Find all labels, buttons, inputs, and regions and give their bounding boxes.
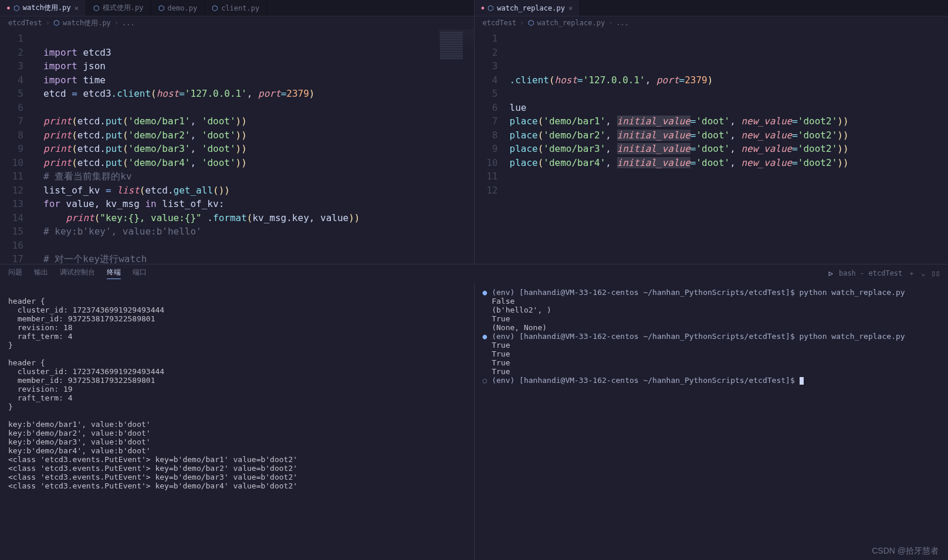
tab-watch-py[interactable]: ● ⬡ watch使用.py × <box>0 0 86 16</box>
tab-other-1[interactable]: ⬡ 模式使用.py <box>86 0 151 16</box>
panel-tab-ports[interactable]: 端口 <box>133 267 147 279</box>
paren: ) <box>309 88 315 99</box>
method: put <box>106 143 123 154</box>
paren: )) <box>236 116 247 127</box>
module: etcd3 <box>83 47 111 58</box>
panel-tab-terminal[interactable]: 终端 <box>107 267 121 279</box>
var: list_of_kv <box>43 185 100 196</box>
tab-label: watch使用.py <box>23 3 71 13</box>
close-icon[interactable]: × <box>75 4 79 12</box>
comma: , <box>605 143 617 154</box>
panel-tab-debug[interactable]: 调试控制台 <box>60 267 95 279</box>
string: 'doot2' <box>798 143 837 154</box>
chevron-right-icon: › <box>46 19 50 27</box>
kwarg: port <box>656 74 679 86</box>
python-icon: ⬡ <box>93 4 99 12</box>
paren: ( <box>140 185 145 196</box>
kw-import: import <box>43 74 77 86</box>
terminal-right[interactable]: ● (env) [hanhandi@VM-33-162-centos ~/han… <box>475 282 949 560</box>
panel-tabs: 问题 输出 调试控制台 终端 端口 ▷ bash - etcdTest ＋ ⌄ … <box>0 264 948 282</box>
panel-tab-output[interactable]: 输出 <box>34 267 48 279</box>
terminal-name[interactable]: bash - etcdTest <box>839 269 902 277</box>
operator: = <box>66 88 83 99</box>
comma: , <box>605 116 617 127</box>
comma: , <box>605 130 617 141</box>
method: get_all <box>174 185 213 196</box>
tab-watch-replace-py[interactable]: ● ⬡ watch_replace.py × <box>475 0 581 16</box>
kw-for: for <box>43 198 60 209</box>
string: 'demo/bar3' <box>543 143 605 154</box>
module: json <box>83 60 106 72</box>
editor-pane-left: ● ⬡ watch使用.py × ⬡ 模式使用.py ⬡ demo.py ⬡ c… <box>0 0 474 264</box>
minimap[interactable] <box>439 29 474 100</box>
string: 'demo/bar2' <box>128 130 191 141</box>
eq: = <box>792 130 798 141</box>
dot: . <box>100 130 106 141</box>
eq: = <box>690 130 696 141</box>
python-icon: ⬡ <box>158 4 164 12</box>
paren: )) <box>837 116 848 127</box>
kw-in: in <box>145 198 156 209</box>
method: put <box>106 157 123 168</box>
string: 'demo/bar3' <box>128 143 191 154</box>
paren: ( <box>538 157 544 168</box>
code-area-left[interactable]: import etcd3 import json import time etc… <box>43 29 474 294</box>
chevron-down-icon[interactable]: ⌄ <box>921 269 925 277</box>
split-terminal-icon[interactable]: ▯▯ <box>932 269 940 277</box>
function: .client <box>111 88 151 99</box>
paren: ( <box>72 130 77 141</box>
method: place <box>510 130 538 141</box>
var: etcd <box>77 130 100 141</box>
breadcrumb-left[interactable]: etcdTest › ⬡ watch使用.py › ... <box>0 16 474 29</box>
method: place <box>510 143 538 154</box>
panel-tab-problems[interactable]: 问题 <box>8 267 22 279</box>
string: 'doot' <box>202 116 236 127</box>
editor-pane-right: ● ⬡ watch_replace.py × etcdTest › ⬡ watc… <box>475 0 949 264</box>
code-area-right[interactable]: .client(host='127.0.0.1', port=2379) lue… <box>510 29 949 184</box>
kw-import: import <box>43 60 77 72</box>
tab-label: watch_replace.py <box>497 4 565 12</box>
string: 'doot' <box>696 157 730 168</box>
kwarg: new_value <box>741 143 792 154</box>
kwarg: initial_value <box>617 130 690 141</box>
var: etcd <box>77 157 100 168</box>
watermark: CSDN @拾牙慧者 <box>872 546 939 556</box>
paren: ( <box>72 157 77 168</box>
close-icon[interactable]: × <box>568 4 573 12</box>
tab-demo-py[interactable]: ⬡ demo.py <box>151 0 205 16</box>
string: 'demo/bar4' <box>128 157 191 168</box>
kw-import: import <box>43 47 77 58</box>
breadcrumb-right[interactable]: etcdTest › ⬡ watch_replace.py › ... <box>475 16 949 29</box>
paren: ( <box>538 130 544 141</box>
tab-client-py[interactable]: ⬡ client.py <box>205 0 267 16</box>
colon: : <box>219 198 225 209</box>
python-icon: ⬡ <box>13 4 19 12</box>
chevron-right-icon: › <box>608 19 612 27</box>
dot: . <box>168 185 174 196</box>
eq: = <box>679 74 685 86</box>
new-terminal-icon[interactable]: ＋ <box>908 269 915 279</box>
paren: ()) <box>213 185 230 196</box>
chevron-right-icon: › <box>520 19 524 27</box>
method: place <box>510 116 538 127</box>
builtin: print <box>43 143 72 154</box>
line-gutter-right: 123456789101112 <box>475 29 509 197</box>
eq: = <box>577 74 583 86</box>
terminal-left[interactable]: header { cluster_id: 1723743699192949344… <box>0 282 475 560</box>
paren: )) <box>837 130 848 141</box>
python-icon: ⬡ <box>53 19 59 27</box>
paren: ( <box>123 143 128 154</box>
string: 'doot' <box>696 130 730 141</box>
paren: ( <box>123 116 128 127</box>
kwarg: port <box>258 88 281 99</box>
builtin: list <box>117 185 140 196</box>
comma: , <box>730 143 741 154</box>
kwarg: new_value <box>741 157 792 168</box>
breadcrumb-folder: etcdTest <box>483 19 517 27</box>
var: etcd <box>145 185 168 196</box>
dot: . <box>100 157 106 168</box>
op: = <box>100 185 117 196</box>
method: put <box>106 130 123 141</box>
comma: , <box>730 157 741 168</box>
python-icon: ⬡ <box>528 19 534 27</box>
